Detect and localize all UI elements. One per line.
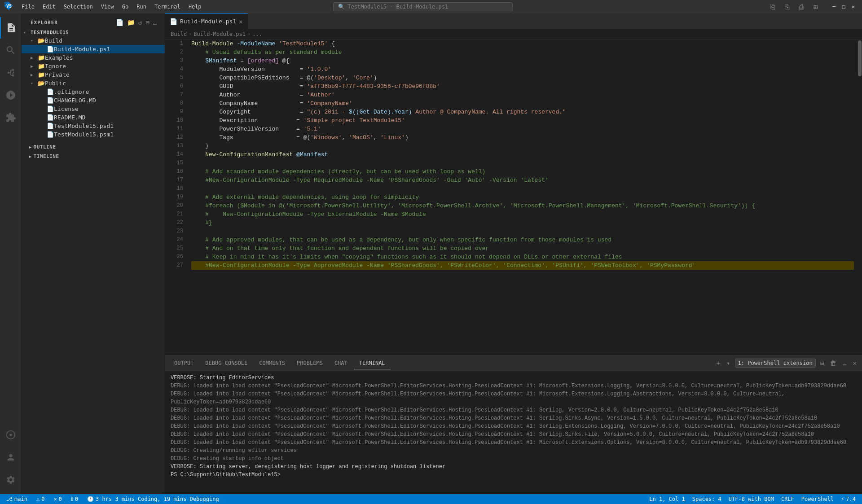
new-folder-button[interactable]: 📁	[126, 18, 136, 27]
status-language[interactable]: PowerShell	[800, 496, 836, 502]
status-line-ending[interactable]: CRLF	[779, 496, 796, 502]
close-button[interactable]: ✕	[849, 3, 858, 11]
tree-file-build-module[interactable]: ▾ 📄 Build-Module.ps1	[22, 45, 165, 53]
panel-tab-debug[interactable]: DEBUG CONSOLE	[200, 357, 253, 369]
activity-settings[interactable]	[0, 469, 22, 491]
tree-folder-public[interactable]: ▾ 📂 Public	[22, 79, 165, 88]
code-editor: 1234567891011121314151617181920212223242…	[165, 39, 862, 355]
activity-extensions[interactable]	[0, 107, 22, 128]
private-arrow: ▶	[31, 72, 38, 77]
more-actions-button[interactable]: …	[152, 18, 158, 27]
tab-close-button[interactable]: ✕	[239, 18, 242, 25]
changelog-label: CHANGELOG.MD	[54, 97, 96, 104]
activity-bottom	[0, 424, 22, 494]
panel-tab-chat[interactable]: CHAT	[329, 357, 353, 369]
spaces-label: Spaces: 4	[692, 496, 721, 502]
activity-explorer[interactable]	[0, 17, 22, 39]
tree-file-license[interactable]: 📄 License	[22, 105, 165, 113]
split-terminal-button[interactable]: ⊟	[818, 359, 826, 368]
menu-run[interactable]: Run	[133, 3, 150, 11]
tree-folder-private[interactable]: ▶ 📁 Private	[22, 70, 165, 79]
new-terminal-button[interactable]: +	[715, 359, 722, 368]
tree-file-readme[interactable]: 📄 README.MD	[22, 113, 165, 122]
terminal-dropdown-arrow[interactable]: ▾	[725, 359, 732, 368]
tab-build-module[interactable]: 📄 Build-Module.ps1 ✕	[165, 13, 248, 29]
panel-tab-comments[interactable]: COMMENTS	[254, 357, 290, 369]
menu-selection[interactable]: Selection	[60, 3, 97, 11]
status-errors[interactable]: ✕ 0	[52, 496, 63, 502]
right-scrollbar[interactable]	[858, 39, 862, 355]
status-warnings[interactable]: ⚠ 0	[35, 496, 46, 502]
tree-file-psm1[interactable]: 📄 TestModule15.psm1	[22, 130, 165, 139]
menu-bar: File Edit Selection View Go Run Terminal…	[18, 3, 205, 11]
activity-search[interactable]	[0, 39, 22, 61]
activity-source-control[interactable]	[0, 62, 22, 83]
menu-help[interactable]: Help	[185, 3, 205, 11]
menu-edit[interactable]: Edit	[39, 3, 59, 11]
breadcrumb-more[interactable]: ...	[252, 31, 262, 37]
minimize-button[interactable]: ─	[830, 3, 838, 11]
ignore-folder-label: Ignore	[45, 63, 66, 70]
status-git-branch[interactable]: ⎇ main	[4, 496, 29, 502]
layout-panel-toggle[interactable]: ⎘	[780, 2, 794, 12]
panel-tab-terminal[interactable]: TERMINAL	[354, 357, 391, 369]
tree-file-psd1[interactable]: 📄 TestModule15.psd1	[22, 122, 165, 130]
panel-tab-problems[interactable]: PROBLEMS	[291, 357, 328, 369]
svg-point-2	[9, 434, 12, 436]
breadcrumb-file[interactable]: Build-Module.ps1	[194, 31, 246, 37]
private-folder-label: Private	[45, 71, 70, 78]
info-count: 0	[75, 496, 78, 502]
terminal-dropdown[interactable]: 1: PowerShell Extension	[735, 359, 816, 368]
gitignore-label: .gitignore	[54, 88, 89, 95]
breadcrumb-build[interactable]: Build	[171, 31, 187, 37]
tree-folder-examples[interactable]: ▶ 📁 Examples	[22, 53, 165, 62]
scrollbar-thumb	[858, 40, 862, 76]
more-terminal-button[interactable]: …	[841, 359, 848, 368]
layout-sidebar-toggle[interactable]: ⎗	[766, 2, 779, 12]
activity-run-debug[interactable]	[0, 84, 22, 106]
app-icon: VS	[4, 2, 13, 12]
panel-tab-output[interactable]: OUTPUT	[169, 357, 199, 369]
panel: OUTPUT DEBUG CONSOLE COMMENTS PROBLEMS C…	[165, 355, 862, 494]
error-icon: ✕	[53, 496, 57, 502]
close-panel-button[interactable]: ✕	[851, 359, 858, 368]
status-cursor-position[interactable]: Ln 1, Col 1	[647, 496, 686, 502]
status-powershell-version[interactable]: ⚡ 7.4	[839, 496, 858, 502]
warning-count: 0	[41, 496, 44, 502]
timeline-section-header[interactable]: ▶ TIMELINE	[22, 152, 165, 161]
menu-view[interactable]: View	[97, 3, 118, 11]
breadcrumb-sep1: ›	[189, 31, 192, 37]
refresh-button[interactable]: ↺	[137, 18, 143, 27]
changelog-icon: 📄	[47, 97, 54, 104]
activity-remote[interactable]	[0, 424, 22, 446]
layout-split-toggle[interactable]: ⎙	[795, 2, 808, 12]
examples-folder-icon: 📁	[38, 54, 45, 61]
menu-terminal[interactable]: Terminal	[151, 3, 184, 11]
new-file-button[interactable]: 📄	[115, 18, 124, 27]
clock-icon: 🕐	[87, 496, 94, 502]
kill-terminal-button[interactable]: 🗑	[828, 359, 838, 368]
tree-file-changelog[interactable]: 📄 CHANGELOG.MD	[22, 96, 165, 105]
code-content[interactable]: Build-Module -ModuleName 'TestModule15' …	[188, 39, 858, 355]
tree-folder-ignore[interactable]: ▶ 📁 Ignore	[22, 62, 165, 70]
sidebar-header: EXPLORER 📄 📁 ↺ ⊟ …	[22, 13, 165, 29]
layout-grid-toggle[interactable]: ⊞	[809, 2, 822, 12]
line-numbers: 1234567891011121314151617181920212223242…	[165, 39, 188, 355]
activity-accounts[interactable]	[0, 447, 22, 468]
tree-file-gitignore[interactable]: 📄 .gitignore	[22, 88, 165, 96]
menu-file[interactable]: File	[18, 3, 38, 11]
status-encoding[interactable]: UTF-8 with BOM	[727, 496, 776, 502]
global-search[interactable]: 🔍 TestModule15 - Build-Module.ps1	[333, 2, 513, 11]
tree-root[interactable]: ▾ TESTMODULE15	[22, 29, 165, 36]
status-spaces[interactable]: Spaces: 4	[690, 496, 723, 502]
collapse-all-button[interactable]: ⊟	[145, 18, 150, 27]
status-info[interactable]: ℹ 0	[69, 496, 80, 502]
tree-folder-build[interactable]: ▾ 📂 Build	[22, 36, 165, 45]
panel-actions: + ▾ 1: PowerShell Extension ⊟ 🗑 … ✕	[715, 359, 858, 368]
menu-go[interactable]: Go	[119, 3, 132, 11]
outline-section-header[interactable]: ▶ OUTLINE	[22, 142, 165, 152]
timeline-label: TIMELINE	[34, 153, 59, 159]
status-coding-time[interactable]: 🕐 3 hrs 3 mins Coding, 19 mins Debugging	[85, 496, 221, 502]
root-name: TESTMODULE15	[31, 30, 69, 35]
maximize-button[interactable]: □	[840, 3, 848, 11]
